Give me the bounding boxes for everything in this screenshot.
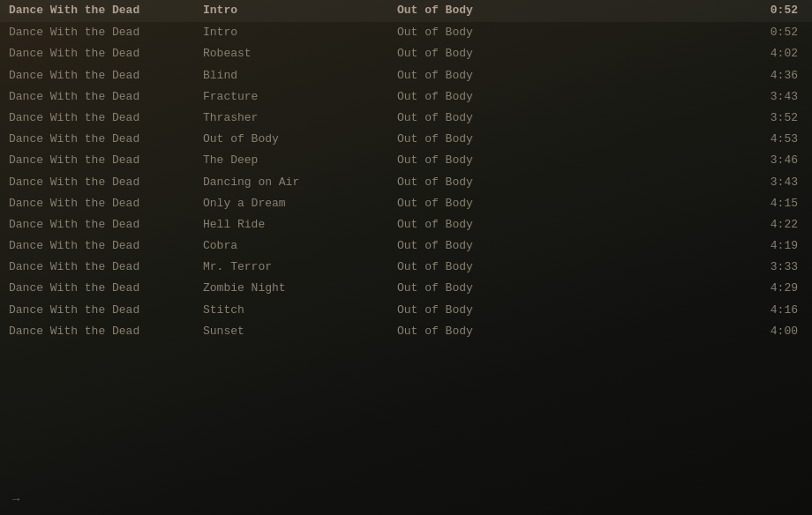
track-duration: 4:53 <box>574 131 798 147</box>
track-duration: 4:16 <box>574 302 798 318</box>
track-album: Out of Body <box>397 68 574 84</box>
track-artist: Dance With the Dead <box>9 217 203 233</box>
header-album: Out of Body <box>397 3 574 19</box>
track-row[interactable]: Dance With the DeadIntroOut of Body0:52 <box>0 22 812 43</box>
track-row[interactable]: Dance With the DeadMr. TerrorOut of Body… <box>0 257 812 278</box>
track-title: Fracture <box>203 89 397 105</box>
track-album: Out of Body <box>397 280 574 296</box>
track-row[interactable]: Dance With the DeadZombie NightOut of Bo… <box>0 278 812 299</box>
track-title: Only a Dream <box>203 196 397 212</box>
track-row[interactable]: Dance With the DeadHell RideOut of Body4… <box>0 214 812 235</box>
track-album: Out of Body <box>397 324 574 340</box>
track-title: Cobra <box>203 238 397 254</box>
track-row[interactable]: Dance With the DeadDancing on AirOut of … <box>0 172 812 193</box>
track-artist: Dance With the Dead <box>9 302 203 318</box>
track-artist: Dance With the Dead <box>9 259 203 275</box>
track-title: Robeast <box>203 46 397 62</box>
track-row[interactable]: Dance With the DeadSunsetOut of Body4:00 <box>0 321 812 342</box>
track-duration: 4:00 <box>574 324 798 340</box>
track-duration: 4:29 <box>574 280 798 296</box>
track-album: Out of Body <box>397 259 574 275</box>
track-title: Zombie Night <box>203 280 397 296</box>
track-album: Out of Body <box>397 196 574 212</box>
track-artist: Dance With the Dead <box>9 25 203 41</box>
track-row[interactable]: Dance With the DeadBlindOut of Body4:36 <box>0 65 812 86</box>
track-row[interactable]: Dance With the DeadThe DeepOut of Body3:… <box>0 150 812 171</box>
track-album: Out of Body <box>397 89 574 105</box>
track-row[interactable]: Dance With the DeadStitchOut of Body4:16 <box>0 300 812 321</box>
track-duration: 4:22 <box>574 217 798 233</box>
track-title: Hell Ride <box>203 217 397 233</box>
track-title: Intro <box>203 25 397 41</box>
arrow-icon: → <box>12 492 19 506</box>
track-title: Mr. Terror <box>203 259 397 275</box>
track-title: Out of Body <box>203 131 397 147</box>
header-artist: Dance With the Dead <box>9 3 203 19</box>
track-title: Sunset <box>203 324 397 340</box>
track-artist: Dance With the Dead <box>9 131 203 147</box>
track-row[interactable]: Dance With the DeadFractureOut of Body3:… <box>0 86 812 108</box>
track-title: Stitch <box>203 302 397 318</box>
track-artist: Dance With the Dead <box>9 89 203 105</box>
track-album: Out of Body <box>397 110 574 126</box>
track-artist: Dance With the Dead <box>9 68 203 84</box>
track-artist: Dance With the Dead <box>9 46 203 62</box>
track-duration: 3:33 <box>574 259 798 275</box>
track-artist: Dance With the Dead <box>9 280 203 296</box>
track-duration: 4:19 <box>574 238 798 254</box>
track-row[interactable]: Dance With the DeadRobeastOut of Body4:0… <box>0 43 812 64</box>
track-artist: Dance With the Dead <box>9 153 203 168</box>
track-title: The Deep <box>203 153 397 168</box>
track-album: Out of Body <box>397 238 574 254</box>
track-duration: 0:52 <box>574 25 798 41</box>
track-artist: Dance With the Dead <box>9 110 203 126</box>
track-artist: Dance With the Dead <box>9 238 203 254</box>
track-artist: Dance With the Dead <box>9 324 203 340</box>
track-duration: 3:46 <box>574 153 798 168</box>
track-duration: 3:43 <box>574 89 798 105</box>
track-duration: 4:36 <box>574 68 798 84</box>
track-album: Out of Body <box>397 217 574 233</box>
track-artist: Dance With the Dead <box>9 175 203 190</box>
track-album: Out of Body <box>397 302 574 318</box>
track-album: Out of Body <box>397 131 574 147</box>
track-row[interactable]: Dance With the DeadOut of BodyOut of Bod… <box>0 129 812 150</box>
track-row[interactable]: Dance With the DeadThrasherOut of Body3:… <box>0 108 812 129</box>
track-title: Blind <box>203 68 397 84</box>
track-album: Out of Body <box>397 153 574 168</box>
header-title: Intro <box>203 3 397 19</box>
track-album: Out of Body <box>397 46 574 62</box>
track-duration: 4:15 <box>574 196 798 212</box>
track-duration: 3:43 <box>574 175 798 190</box>
track-album: Out of Body <box>397 25 574 41</box>
track-list-header: Dance With the Dead Intro Out of Body 0:… <box>0 0 812 22</box>
track-row[interactable]: Dance With the DeadOnly a DreamOut of Bo… <box>0 193 812 214</box>
track-duration: 3:52 <box>574 110 798 126</box>
track-list: Dance With the Dead Intro Out of Body 0:… <box>0 0 812 342</box>
track-duration: 4:02 <box>574 46 798 62</box>
track-artist: Dance With the Dead <box>9 196 203 212</box>
track-title: Thrasher <box>203 110 397 126</box>
track-title: Dancing on Air <box>203 175 397 190</box>
track-album: Out of Body <box>397 175 574 190</box>
header-duration: 0:52 <box>574 3 798 19</box>
track-row[interactable]: Dance With the DeadCobraOut of Body4:19 <box>0 235 812 257</box>
